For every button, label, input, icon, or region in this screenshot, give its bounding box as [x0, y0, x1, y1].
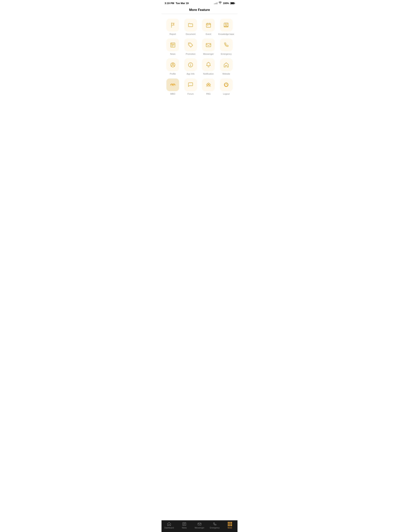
profile-icon-box — [166, 58, 179, 71]
page-header: More Feature — [161, 6, 238, 14]
event-label: Event — [206, 33, 211, 35]
forum-icon-box — [184, 78, 197, 91]
promotion-label: Promotion — [186, 53, 195, 55]
main-content: Report Document Event — [161, 14, 238, 520]
news-tab-label: News — [182, 527, 187, 529]
feature-item-knowledge-base[interactable]: Knowledge base — [218, 18, 235, 36]
website-icon-box — [220, 58, 233, 71]
svg-rect-5 — [206, 44, 211, 47]
home-icon — [223, 62, 229, 68]
notification-label: Notification — [203, 73, 214, 75]
messenger-icon-box — [202, 38, 215, 51]
news-icon — [170, 42, 176, 48]
svg-rect-0 — [206, 23, 211, 27]
book-icon — [223, 22, 229, 28]
feature-item-event[interactable]: Event — [200, 18, 217, 36]
tab-item-news[interactable]: News — [177, 522, 192, 529]
feature-item-promotion[interactable]: Promotion — [183, 38, 199, 56]
news-tab-icon — [182, 522, 187, 526]
flag-icon — [170, 22, 176, 28]
mbo-label: MBO — [170, 93, 175, 95]
tab-item-emergency[interactable]: Emergency — [207, 522, 222, 529]
emergency-tab-icon — [212, 522, 217, 526]
more-tab-label: More — [228, 527, 232, 529]
feature-item-logout[interactable]: Logout — [218, 78, 235, 96]
svg-point-9 — [190, 64, 191, 64]
tag-icon — [187, 42, 194, 48]
document-label: Document — [186, 33, 195, 35]
pag-icon — [205, 82, 212, 88]
mbo-icon — [170, 82, 176, 88]
mail-icon — [205, 42, 212, 48]
messenger-label: Messenger — [203, 53, 214, 55]
event-icon-box — [202, 19, 215, 31]
forum-icon — [187, 82, 194, 88]
feature-item-emergency[interactable]: Emergency — [218, 38, 235, 56]
tab-item-messenger[interactable]: Messenger — [192, 522, 207, 529]
pag-icon-box — [202, 78, 215, 91]
tab-item-more[interactable]: More — [222, 522, 238, 529]
svg-rect-1 — [207, 25, 208, 26]
knowledge-base-label: Knowledge base — [219, 33, 234, 35]
status-bar: 3:19 PM Tue Mar 19 100% — [161, 0, 238, 6]
tab-bar: Dashboard News Messenger Emergency More — [161, 520, 238, 532]
knowledge-base-icon-box — [220, 19, 233, 31]
more-tab-icon — [228, 522, 232, 526]
power-icon — [223, 82, 229, 88]
document-icon-box — [184, 19, 197, 31]
feature-item-website[interactable]: Website — [218, 58, 235, 76]
phone-icon — [223, 42, 229, 48]
profile-label: Profile — [170, 73, 176, 75]
logout-icon-box — [220, 78, 233, 91]
tab-item-dashboard[interactable]: Dashboard — [161, 522, 177, 529]
bell-icon — [205, 62, 212, 68]
page-title: More Feature — [189, 8, 210, 12]
profile-icon — [170, 62, 176, 68]
website-label: Website — [222, 73, 230, 75]
news-icon-box — [166, 38, 179, 51]
pag-label: PAG — [206, 93, 211, 95]
dashboard-tab-label: Dashboard — [164, 527, 174, 529]
dashboard-tab-icon — [167, 522, 171, 526]
emergency-icon-box — [220, 38, 233, 51]
svg-rect-15 — [198, 523, 201, 525]
feature-item-notification[interactable]: Notification — [200, 58, 217, 76]
wifi-icon — [219, 1, 222, 5]
notification-icon-box — [202, 58, 215, 71]
emergency-label: Emergency — [221, 53, 232, 55]
svg-point-4 — [189, 44, 190, 44]
status-time: 3:19 PM Tue Mar 19 — [165, 2, 189, 5]
feature-item-news[interactable]: News — [165, 38, 181, 56]
news-label: News — [170, 53, 175, 55]
folder-icon — [187, 22, 194, 28]
feature-item-app-info[interactable]: App Info — [183, 58, 199, 76]
messenger-tab-label: Messenger — [195, 527, 204, 529]
svg-rect-3 — [171, 43, 172, 44]
mbo-icon-box — [166, 78, 179, 91]
feature-item-profile[interactable]: Profile — [165, 58, 181, 76]
info-icon — [187, 62, 194, 68]
app-info-label: App Info — [187, 73, 195, 75]
battery-icon — [230, 2, 234, 5]
feature-item-report[interactable]: Report — [165, 18, 181, 36]
forum-label: Forum — [187, 93, 194, 95]
feature-item-mbo[interactable]: MBO — [165, 78, 181, 96]
feature-item-forum[interactable]: Forum — [183, 78, 199, 96]
app-info-icon-box — [184, 58, 197, 71]
signal-icon — [214, 2, 217, 4]
calendar-icon — [205, 22, 212, 28]
svg-point-7 — [172, 63, 174, 65]
report-icon-box — [166, 19, 179, 31]
feature-grid: Report Document Event — [165, 18, 234, 96]
report-label: Report — [169, 33, 176, 35]
logout-label: Logout — [223, 93, 230, 95]
battery-label: 100% — [223, 2, 229, 5]
feature-item-pag[interactable]: PAG — [200, 78, 217, 96]
messenger-tab-icon — [197, 522, 202, 526]
emergency-tab-label: Emergency — [210, 527, 220, 529]
feature-item-messenger[interactable]: Messenger — [200, 38, 217, 56]
feature-item-document[interactable]: Document — [183, 18, 199, 36]
svg-point-12 — [208, 83, 209, 84]
promotion-icon-box — [184, 38, 197, 51]
status-icons: 100% — [214, 1, 234, 5]
